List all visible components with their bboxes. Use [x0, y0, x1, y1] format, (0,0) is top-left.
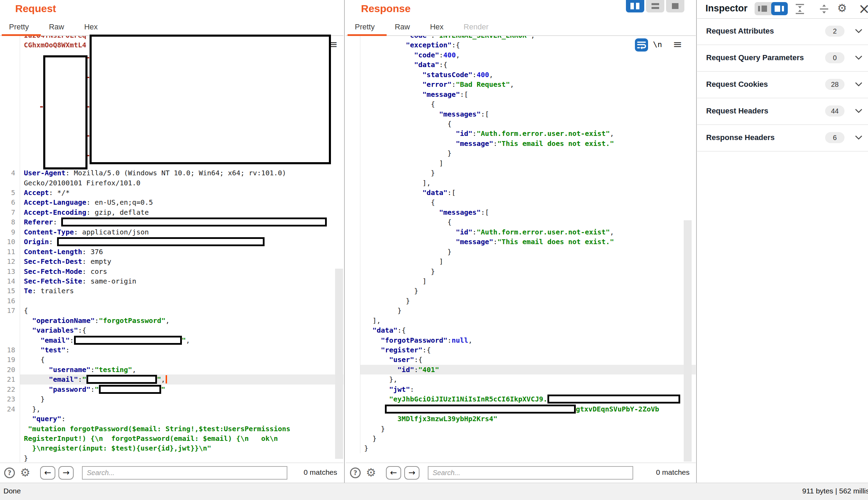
- code-line[interactable]: 4User-Agent: Mozilla/5.0 (Windows NT 10.…: [0, 168, 343, 178]
- code-line[interactable]: 6Accept-Language: en-US,en;q=0.5: [0, 197, 343, 207]
- code-line[interactable]: "message":"This email does not exist.": [346, 139, 696, 148]
- code-line[interactable]: }: [346, 434, 696, 443]
- help-icon[interactable]: ?: [4, 467, 15, 478]
- code-line[interactable]: "message":[: [346, 90, 696, 99]
- code-line[interactable]: RegisterInput!) {\n forgotPassword(email…: [0, 434, 343, 443]
- inspector-section-request-attributes[interactable]: Request Attributes2: [697, 18, 868, 45]
- code-line[interactable]: "mutation forgotPassword($email: String!…: [0, 424, 343, 434]
- code-line[interactable]: 14Sec-Fetch-Site: same-origin: [0, 276, 343, 286]
- code-line[interactable]: }: [346, 443, 696, 453]
- code-line[interactable]: 17{: [0, 306, 343, 315]
- inspector-section-response-headers[interactable]: Response Headers6: [697, 125, 868, 151]
- tab-pretty[interactable]: Pretty: [9, 19, 29, 35]
- tab-hex[interactable]: Hex: [84, 19, 98, 35]
- tab-raw[interactable]: Raw: [49, 19, 64, 35]
- inspector-section-request-cookies[interactable]: Request Cookies28: [697, 72, 868, 98]
- code-line[interactable]: }: [346, 306, 696, 315]
- code-line[interactable]: }: [346, 424, 696, 434]
- code-line[interactable]: ],: [346, 316, 696, 325]
- response-scrollbar-thumb[interactable]: [684, 220, 692, 462]
- next-match-button[interactable]: →: [404, 466, 419, 480]
- code-line[interactable]: "user":{: [346, 355, 696, 364]
- code-line[interactable]: "statusCode":400,: [346, 70, 696, 80]
- code-line[interactable]: }\nregister(input: $test){user{id},jwt}}…: [0, 443, 343, 453]
- inspector-settings-icon[interactable]: ⚙: [837, 2, 847, 14]
- inspector-view-left-button[interactable]: [755, 2, 771, 15]
- code-line[interactable]: gtxvDEqnSVuPbY-2ZoVb: [346, 404, 696, 414]
- tab-pretty[interactable]: Pretty: [355, 19, 375, 35]
- code-line[interactable]: {: [346, 99, 696, 109]
- code-line[interactable]: ]: [346, 257, 696, 266]
- code-line[interactable]: 15Te: trailers: [0, 286, 343, 296]
- code-line[interactable]: 23 }: [0, 394, 343, 404]
- code-line[interactable]: 5Accept: */*: [0, 188, 343, 197]
- code-line[interactable]: 18 "test":: [0, 345, 343, 355]
- code-line[interactable]: 20 "username":"testing",: [0, 365, 343, 374]
- previous-match-button[interactable]: ←: [40, 466, 55, 480]
- chevron-down-icon[interactable]: [855, 55, 862, 62]
- panel-divider[interactable]: [696, 0, 697, 483]
- code-line[interactable]: 19 {: [0, 355, 343, 364]
- code-line[interactable]: "variables":{: [0, 325, 343, 335]
- code-line[interactable]: "message":"This email does not exist.": [346, 237, 696, 247]
- request-scrollbar-thumb[interactable]: [335, 269, 343, 459]
- expand-all-icon[interactable]: [795, 3, 805, 16]
- code-line[interactable]: }: [346, 168, 696, 178]
- chevron-down-icon[interactable]: [855, 29, 862, 35]
- next-match-button[interactable]: →: [58, 466, 74, 480]
- code-line[interactable]: "code":"INTERNAL_SERVER_ERROR",: [346, 36, 696, 40]
- code-line[interactable]: "operationName":"forgotPassword",: [0, 316, 343, 325]
- code-line[interactable]: {: [346, 119, 696, 129]
- tab-raw[interactable]: Raw: [395, 19, 410, 35]
- inspector-close-icon[interactable]: ×: [858, 1, 868, 17]
- chevron-down-icon[interactable]: [855, 135, 862, 141]
- code-line[interactable]: ]: [346, 276, 696, 286]
- code-line[interactable]: ]: [346, 158, 696, 168]
- code-line[interactable]: },: [346, 374, 696, 384]
- code-line[interactable]: "eyJhbGciOiJIUzI1NiIsInR5cCI6IkpXVCJ9.: [346, 394, 696, 404]
- code-line[interactable]: "messages":[: [346, 109, 696, 119]
- code-line[interactable]: "jwt":: [346, 385, 696, 394]
- code-line[interactable]: "id":"401": [346, 365, 696, 374]
- code-line[interactable]: 9Content-Type: application/json: [0, 227, 343, 237]
- code-line[interactable]: 22 "password":"": [0, 385, 343, 394]
- code-line[interactable]: "data":{: [346, 60, 696, 70]
- code-line[interactable]: "id":"Auth.form.error.user.not-exist",: [346, 227, 696, 237]
- inspector-section-request-headers[interactable]: Request Headers44: [697, 98, 868, 125]
- code-line[interactable]: "register":{: [346, 345, 696, 355]
- search-settings-icon[interactable]: ⚙: [366, 466, 376, 479]
- chevron-down-icon[interactable]: [855, 109, 862, 115]
- collapse-all-icon[interactable]: [819, 3, 829, 16]
- help-icon[interactable]: ?: [350, 467, 361, 478]
- code-line[interactable]: "exception":{: [346, 40, 696, 50]
- inspector-section-request-query-parameters[interactable]: Request Query Parameters0: [697, 45, 868, 72]
- previous-match-button[interactable]: ←: [386, 466, 401, 480]
- code-line[interactable]: "error":"Bad Request",: [346, 80, 696, 89]
- panel-divider[interactable]: [344, 0, 345, 483]
- code-line[interactable]: }: [346, 148, 696, 158]
- code-line[interactable]: "data":[: [346, 188, 696, 197]
- code-line[interactable]: {: [346, 217, 696, 227]
- code-line[interactable]: 16: [0, 296, 343, 306]
- code-line[interactable]: 21 "email":"",: [0, 374, 343, 384]
- code-line[interactable]: }: [346, 267, 696, 276]
- code-line[interactable]: 3MDlfjx3mzwL39ybHp2Krs4": [346, 414, 696, 424]
- response-search-input[interactable]: [428, 466, 633, 480]
- code-line[interactable]: 13Sec-Fetch-Mode: cors: [0, 267, 343, 276]
- code-line[interactable]: 8Referer:: [0, 217, 343, 227]
- code-line[interactable]: 10Origin:: [0, 237, 343, 247]
- code-line[interactable]: Gecko/20100101 Firefox/101.0: [0, 178, 343, 188]
- layout-rows-button[interactable]: [646, 0, 664, 12]
- code-line[interactable]: "messages":[: [346, 207, 696, 217]
- code-line[interactable]: "data":{: [346, 325, 696, 335]
- tab-render[interactable]: Render: [464, 19, 489, 35]
- code-line[interactable]: }: [346, 296, 696, 306]
- code-line[interactable]: }: [346, 286, 696, 296]
- code-line[interactable]: 7Accept-Encoding: gzip, deflate: [0, 207, 343, 217]
- code-line[interactable]: 11Content-Length: 376: [0, 247, 343, 257]
- layout-columns-button[interactable]: [626, 0, 644, 12]
- code-line[interactable]: 12Sec-Fetch-Dest: empty: [0, 257, 343, 266]
- code-line[interactable]: "id":"Auth.form.error.user.not-exist",: [346, 129, 696, 138]
- request-search-input[interactable]: [82, 466, 287, 480]
- code-line[interactable]: "email":",: [0, 335, 343, 345]
